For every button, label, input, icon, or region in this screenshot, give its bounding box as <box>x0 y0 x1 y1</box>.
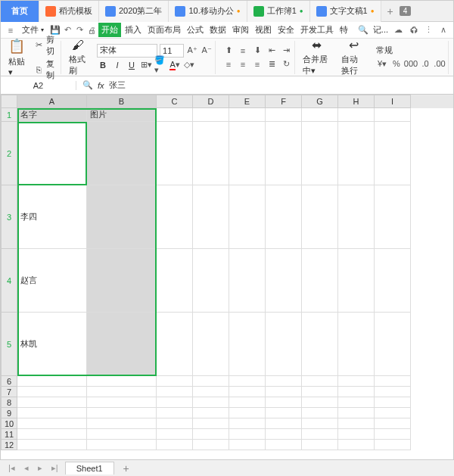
cell[interactable] <box>302 313 338 376</box>
cell[interactable] <box>302 408 338 418</box>
menu-security[interactable]: 安全 <box>275 24 297 36</box>
comma-icon[interactable]: 000 <box>405 58 417 70</box>
cell[interactable] <box>157 376 193 387</box>
menu-formula[interactable]: 公式 <box>185 24 206 36</box>
italic-icon[interactable]: I <box>111 59 123 71</box>
cell[interactable] <box>266 418 302 429</box>
row-header[interactable]: 12 <box>1 440 17 450</box>
cell[interactable] <box>266 376 302 387</box>
cell[interactable] <box>193 108 229 122</box>
align-top-icon[interactable]: ⬆ <box>222 45 235 57</box>
row-header[interactable]: 5 <box>1 313 17 376</box>
cell[interactable] <box>302 249 338 313</box>
tab-doc3[interactable]: 10.移动办公● <box>169 1 247 22</box>
sheet-last-icon[interactable]: ▸| <box>49 463 61 473</box>
cell[interactable] <box>193 429 229 440</box>
indent-inc-icon[interactable]: ⇥ <box>280 45 292 57</box>
paste-button[interactable]: 📋粘贴▾ <box>5 41 28 74</box>
cell[interactable] <box>266 408 302 418</box>
cells-area[interactable]: 名字图片张三李四赵言林凯 <box>17 108 411 450</box>
cell[interactable] <box>338 108 375 122</box>
row-header[interactable]: 3 <box>1 185 17 249</box>
cell[interactable] <box>157 418 193 429</box>
cell[interactable]: 张三 <box>17 122 87 185</box>
search-icon[interactable]: 🔍 <box>358 25 368 36</box>
cell[interactable] <box>229 429 266 440</box>
cell[interactable] <box>17 440 87 450</box>
row-header[interactable]: 8 <box>1 397 17 408</box>
col-header[interactable]: A <box>17 95 87 108</box>
cell[interactable] <box>302 418 338 429</box>
cell[interactable]: 赵言 <box>17 249 87 313</box>
menu-data[interactable]: 数据 <box>207 24 229 36</box>
cell[interactable] <box>87 418 157 429</box>
share-icon[interactable]: ⮉ <box>408 25 418 36</box>
cell[interactable] <box>87 440 157 450</box>
col-header[interactable]: D <box>193 95 229 108</box>
cell[interactable] <box>193 440 229 450</box>
row-header[interactable]: 1 <box>1 108 17 122</box>
cut-icon[interactable]: ✂ <box>35 39 44 51</box>
wrap-button[interactable]: ↩自动换行 <box>338 41 369 74</box>
row-header[interactable]: 6 <box>1 376 17 387</box>
cell[interactable] <box>266 397 302 408</box>
underline-icon[interactable]: U <box>126 59 138 71</box>
cell[interactable] <box>229 249 266 313</box>
cell[interactable] <box>229 408 266 418</box>
menu-special[interactable]: 特 <box>337 24 350 36</box>
cell[interactable] <box>338 387 375 397</box>
cell[interactable] <box>302 185 338 249</box>
border-icon[interactable]: ⊞▾ <box>140 59 152 71</box>
cell[interactable] <box>375 249 411 313</box>
row-header[interactable]: 2 <box>1 122 17 185</box>
cell[interactable] <box>229 387 266 397</box>
menu-view[interactable]: 视图 <box>253 24 274 36</box>
cell[interactable] <box>338 440 375 450</box>
cell[interactable] <box>375 429 411 440</box>
cell[interactable] <box>229 397 266 408</box>
justify-icon[interactable]: ≣ <box>266 58 278 70</box>
more-icon[interactable]: ⋮ <box>423 25 434 36</box>
cell[interactable] <box>266 429 302 440</box>
cell[interactable] <box>375 122 411 185</box>
cell[interactable] <box>157 185 193 249</box>
currency-icon[interactable]: ¥▾ <box>376 58 388 70</box>
cell[interactable] <box>87 313 157 376</box>
dec-inc-icon[interactable]: .0 <box>419 58 431 70</box>
format-label[interactable]: 常规 <box>376 45 393 56</box>
cloud-icon[interactable]: ☁ <box>393 25 403 36</box>
cell[interactable] <box>338 418 375 429</box>
cell[interactable] <box>375 387 411 397</box>
orient-icon[interactable]: ↻ <box>280 58 292 70</box>
cell[interactable] <box>266 122 302 185</box>
cell[interactable] <box>193 387 229 397</box>
dec-dec-icon[interactable]: .00 <box>434 58 446 70</box>
col-header[interactable]: H <box>338 95 375 108</box>
col-header[interactable]: B <box>87 95 157 108</box>
col-header[interactable]: I <box>375 95 411 108</box>
menu-insert[interactable]: 插入 <box>123 24 144 36</box>
cell[interactable] <box>157 313 193 376</box>
cell[interactable] <box>229 185 266 249</box>
cell[interactable] <box>87 185 157 249</box>
cell[interactable] <box>193 249 229 313</box>
percent-icon[interactable]: % <box>390 58 403 70</box>
copy-icon[interactable]: ⎘ <box>35 64 44 76</box>
cell[interactable] <box>266 249 302 313</box>
cell[interactable] <box>87 429 157 440</box>
col-header[interactable]: E <box>229 95 266 108</box>
cell[interactable] <box>157 249 193 313</box>
row-header[interactable]: 10 <box>1 418 17 429</box>
redo-icon[interactable]: ↷ <box>74 25 85 36</box>
select-all[interactable] <box>1 95 17 108</box>
up-icon[interactable]: ∧ <box>438 25 449 36</box>
sheet-next-icon[interactable]: ▸ <box>36 463 45 473</box>
cell[interactable] <box>302 376 338 387</box>
cell[interactable] <box>338 376 375 387</box>
tab-doc2[interactable]: 2020第二年 <box>99 1 169 22</box>
cell[interactable] <box>17 376 87 387</box>
cell[interactable] <box>302 387 338 397</box>
row-header[interactable]: 9 <box>1 408 17 418</box>
fx-icon[interactable]: fx <box>98 81 104 90</box>
font-select[interactable] <box>97 44 157 58</box>
